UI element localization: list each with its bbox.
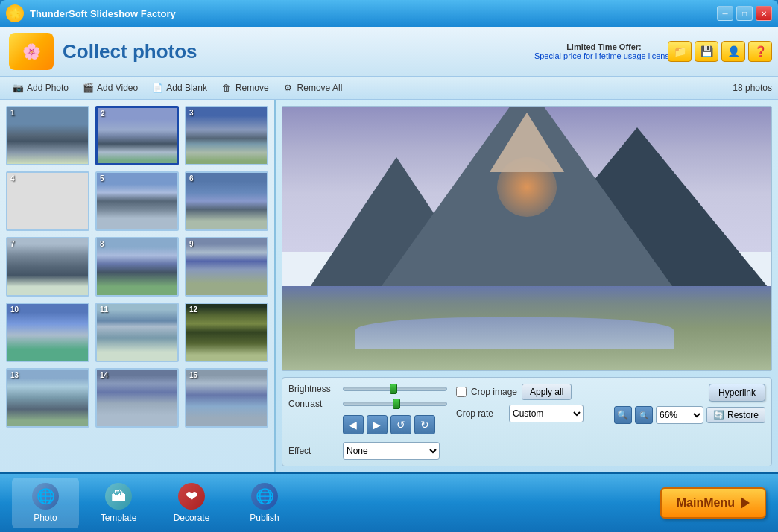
content-area: 123456789101112131415 [0,100,778,472]
tab-template[interactable]: 🏔 Template [85,478,152,528]
restore-button[interactable]: 🔄 Restore [706,407,765,423]
minimize-button[interactable]: ─ [717,6,733,21]
rotate-right-button[interactable]: ↻ [414,415,435,434]
close-button[interactable]: ✕ [756,6,772,21]
crop-rate-label: Crop rate [456,408,505,419]
help-icon-btn[interactable]: ❓ [748,41,772,62]
photo-thumb-5[interactable]: 5 [95,171,179,231]
main-menu-button[interactable]: MainMenu [660,487,766,519]
add-blank-button[interactable]: 📄 Add Blank [145,80,213,96]
header-icons: 📁 💾 👤 ❓ [668,41,772,62]
add-blank-icon: 📄 [151,82,163,94]
window-controls: ─ □ ✕ [717,6,772,21]
rotate-left-button[interactable]: ↺ [390,415,411,434]
thumb-number: 15 [189,371,197,379]
save-icon-btn[interactable]: 💾 [695,41,718,62]
remove-all-button[interactable]: ⚙ Remove All [276,80,349,96]
thumb-number: 4 [10,174,15,183]
thumb-image [97,304,177,361]
crop-image-label: Crop image [471,387,517,397]
remove-button[interactable]: 🗑 Remove [215,80,275,96]
brightness-thumb[interactable] [390,384,397,394]
tab-publish[interactable]: 🌐 Publish [231,478,298,528]
zoom-out-button[interactable]: 🔍 [635,406,653,424]
thumb-image [98,108,177,163]
effect-row: Effect None Grayscale Sepia Blur [288,439,447,460]
page-title: Collect photos [63,40,197,63]
photo-thumb-6[interactable]: 6 [185,171,268,231]
decorate-tab-icon: ❤ [178,483,205,510]
brightness-row: Brightness [288,384,447,394]
add-photo-icon: 📷 [12,82,24,94]
thumb-number: 3 [189,109,194,117]
photo-thumb-8[interactable]: 8 [95,237,179,297]
crop-rate-row: Crop rate Custom 4:3 16:9 1:1 [456,405,605,422]
main-panel: Brightness Contrast ◀ ▶ ↺ [276,100,778,472]
photo-thumb-11[interactable]: 11 [95,303,179,362]
crop-image-row: Crop image Apply all [456,384,605,400]
right-controls: Hyperlink 🔍 🔍 25% 50% 66% 75% 100% 🔄 [614,384,765,424]
crop-image-checkbox[interactable] [456,387,467,397]
zoom-in-button[interactable]: 🔍 [614,406,632,424]
header-logo: 🌸 [9,33,54,70]
hyperlink-button[interactable]: Hyperlink [709,384,765,402]
folder-icon-btn[interactable]: 📁 [668,41,692,62]
thumb-image [186,304,267,361]
add-photo-button[interactable]: 📷 Add Photo [6,80,75,96]
header-offer: Limited Time Offer: Special price for li… [534,42,674,60]
preview-area [282,106,772,371]
effect-label: Effect [288,446,337,456]
flip-buttons: ◀ ▶ ↺ ↻ [288,415,447,434]
thumb-number: 2 [101,110,105,118]
maximize-button[interactable]: □ [736,6,753,21]
thumb-image [186,238,267,295]
photo-thumb-2[interactable]: 2 [95,106,179,165]
thumb-number: 7 [10,240,15,248]
thumb-number: 6 [189,174,194,183]
photo-thumb-12[interactable]: 12 [185,303,268,362]
thumb-image [7,370,88,426]
water-layer [355,317,673,349]
add-video-button[interactable]: 🎬 Add Video [76,80,144,96]
photo-thumb-9[interactable]: 9 [185,237,268,297]
user-icon-btn[interactable]: 👤 [721,41,745,62]
contrast-slider-track[interactable] [343,402,447,406]
contrast-thumb[interactable] [393,399,400,409]
zoom-select[interactable]: 25% 50% 66% 75% 100% [656,406,703,424]
brightness-label: Brightness [288,384,337,394]
tab-decorate[interactable]: ❤ Decorate [158,478,225,528]
zoom-row: 🔍 🔍 25% 50% 66% 75% 100% 🔄 Restore [614,406,765,424]
template-tab-label: Template [101,513,137,523]
offer-link[interactable]: Special price for lifetime usage license [534,51,674,60]
thumb-image [186,107,267,164]
add-video-icon: 🎬 [82,82,94,94]
flip-right-button[interactable]: ▶ [367,415,388,434]
photo-thumb-3[interactable]: 3 [185,106,268,165]
title-bar: 🌟 ThunderSoft Slideshow Factory ─ □ ✕ [0,0,778,27]
thumb-number: 11 [100,305,108,314]
photo-thumb-7[interactable]: 7 [6,237,89,297]
apply-all-button[interactable]: Apply all [522,384,572,400]
photo-thumb-14[interactable]: 14 [95,368,179,428]
toolbar: 📷 Add Photo 🎬 Add Video 📄 Add Blank 🗑 Re… [0,77,778,100]
app-container: 🌸 Collect photos Limited Time Offer: Spe… [0,27,778,532]
main-menu-arrow-icon [741,497,750,509]
brightness-slider-track[interactable] [343,387,447,391]
photo-thumb-4[interactable]: 4 [6,171,89,231]
flip-left-button[interactable]: ◀ [343,415,364,434]
crop-rate-select[interactable]: Custom 4:3 16:9 1:1 [509,405,584,422]
photo-thumb-15[interactable]: 15 [185,368,268,428]
middle-controls: Crop image Apply all Crop rate Custom 4:… [456,384,605,422]
offer-line1: Limited Time Offer: [534,42,674,51]
photo-thumb-10[interactable]: 10 [6,303,89,362]
photo-thumb-13[interactable]: 13 [6,368,89,428]
photo-thumb-1[interactable]: 1 [6,106,89,165]
app-title: ThunderSoft Slideshow Factory [30,8,717,19]
decorate-tab-label: Decorate [174,513,210,523]
photo-tab-label: Photo [34,513,57,523]
tab-photo[interactable]: 🌐 Photo [12,478,79,528]
effect-select[interactable]: None Grayscale Sepia Blur [343,442,440,460]
app-logo: 🌟 [6,4,24,22]
remove-icon: 🗑 [221,82,233,94]
publish-tab-label: Publish [250,513,279,523]
